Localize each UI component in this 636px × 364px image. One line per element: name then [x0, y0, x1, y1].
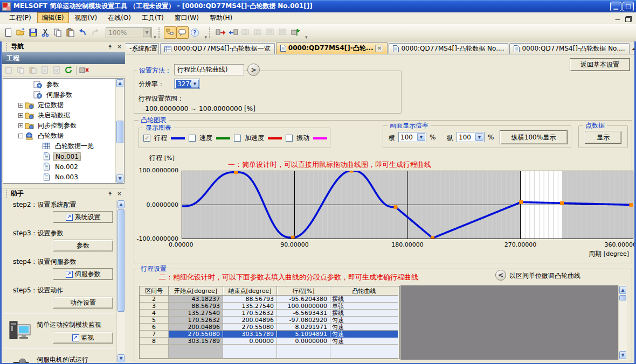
cell-cam-curve[interactable]: 单弦 — [330, 303, 398, 310]
curve-point-marker[interactable] — [630, 203, 633, 207]
collapse-icon[interactable]: - — [18, 134, 23, 138]
chevron-down-icon[interactable]: ▼ — [417, 133, 425, 141]
cell-end-point[interactable]: 88.56793 — [223, 296, 277, 303]
assistant-button-监视[interactable]: ↗监视 — [53, 332, 113, 344]
pin-icon[interactable]: 🖈 — [106, 190, 114, 198]
menu-item-4[interactable]: 在线(O) — [103, 12, 136, 23]
close-tab-icon[interactable]: ✕ — [375, 45, 383, 52]
module-monitor-icon[interactable] — [264, 26, 276, 39]
cell-start-point[interactable]: 170.52632 — [169, 317, 223, 324]
cell-cam-curve[interactable]: 匀速 — [330, 338, 398, 345]
scroll-up-icon[interactable]: ▲ — [117, 200, 125, 208]
cell-cam-curve[interactable]: 匀速 — [330, 331, 398, 338]
show-point-data-button[interactable]: 显示 — [585, 131, 621, 144]
close-icon[interactable]: × — [115, 43, 123, 51]
tree-item-label[interactable]: No.001 — [53, 152, 81, 161]
series-checkbox-行程[interactable]: ✓ — [143, 135, 150, 142]
cell-stroke[interactable]: 0.0000000 — [277, 338, 330, 345]
help-icon[interactable]: ? — [189, 26, 201, 39]
cell-end-point[interactable]: 170.52632 — [223, 310, 277, 317]
scroll-down-icon[interactable]: ▼ — [117, 354, 125, 362]
verify2-icon[interactable] — [252, 26, 264, 39]
project-toolbar-refresh-icon[interactable] — [63, 65, 74, 76]
document-tab-3[interactable]: 0000:QD77MS4[]-凸轮...✕ — [276, 42, 388, 54]
tree-item-块启动数据[interactable]: +块启动数据 — [3, 110, 115, 121]
redo-icon[interactable] — [89, 26, 101, 39]
tree-item-label[interactable]: No.002 — [53, 163, 80, 171]
save-icon[interactable] — [27, 26, 39, 39]
cell-end-point[interactable]: 0.00000 — [223, 338, 277, 345]
tree-item-label[interactable]: 定位数据 — [36, 101, 65, 110]
resolution-combobox[interactable]: 32768 ▼ — [174, 79, 200, 89]
expand-method-button[interactable]: > — [247, 64, 260, 76]
cell-stroke[interactable]: 100.0000000 — [277, 303, 330, 310]
project-toolbar-copy-icon[interactable] — [16, 65, 26, 76]
tree-item-No.001[interactable]: No.001 — [3, 151, 115, 162]
expand-icon[interactable]: + — [18, 123, 23, 128]
open-file-icon[interactable] — [15, 26, 27, 39]
maximize-button[interactable]: □ — [623, 2, 634, 11]
fine-tune-button[interactable]: < — [495, 270, 506, 281]
navigation-window-icon[interactable] — [164, 26, 176, 39]
tree-item-label[interactable]: 同步控制参数 — [36, 121, 78, 130]
tree-item-定位数据[interactable]: +定位数据 — [3, 100, 115, 110]
series-checkbox-加速度[interactable] — [234, 135, 241, 142]
cam-curve-plot[interactable] — [182, 171, 633, 239]
copy-icon[interactable] — [52, 26, 64, 39]
tree-item-label[interactable]: 凸轮数据 — [36, 131, 65, 141]
curve-point-marker[interactable] — [393, 205, 397, 209]
project-toolbar-new-icon[interactable] — [4, 65, 15, 76]
close-icon[interactable]: × — [115, 190, 123, 198]
scroll-up-icon[interactable]: ▲ — [116, 79, 123, 87]
vertical-zoom-combobox[interactable]: 100▼ — [457, 132, 485, 142]
cell-start-point[interactable]: 43.18237 — [169, 296, 223, 303]
test-mode-icon[interactable] — [289, 26, 301, 39]
cell-stroke[interactable]: -6.5693431 — [277, 310, 330, 317]
tree-item-label[interactable]: No.003 — [53, 173, 80, 181]
tree-item-label[interactable]: 参数 — [45, 80, 61, 89]
toolbar-overflow-icon[interactable]: ▾ — [153, 34, 157, 41]
project-toolbar-close-module-icon[interactable] — [79, 65, 89, 76]
mdi-restore-button[interactable] — [624, 15, 633, 22]
assistant-scrollbar[interactable]: ▲ ▼ — [116, 200, 125, 363]
assistant-button-伺服参数[interactable]: ↗伺服参数 — [53, 268, 113, 280]
menu-item-6[interactable]: 窗口(W) — [170, 12, 204, 23]
tree-item-label[interactable]: 伺服参数 — [45, 90, 74, 100]
table-scrollbar[interactable]: ▲ ▼ — [618, 285, 627, 360]
zoom-dropdown-arrow[interactable]: ▼ — [143, 29, 151, 37]
tree-item-label[interactable]: 块启动数据 — [36, 111, 72, 120]
tree-item-伺服参数[interactable]: 伺服参数 — [3, 90, 115, 100]
expand-icon[interactable]: + — [18, 113, 23, 118]
series-checkbox-速度[interactable] — [189, 135, 196, 142]
read-from-module-icon[interactable] — [227, 26, 239, 39]
cell-end-point[interactable]: 135.27540 — [223, 303, 277, 310]
toolbar-overflow-icon[interactable]: ▾ — [204, 34, 208, 41]
menu-item-3[interactable]: 视图(V) — [70, 12, 102, 23]
expand-icon[interactable]: + — [18, 103, 23, 108]
cell-stroke[interactable]: -97.0802920 — [277, 317, 330, 324]
tree-scrollbar[interactable]: ▲ ▼ — [115, 79, 124, 183]
cell-end-point[interactable]: 200.04896 — [223, 317, 277, 324]
module-monitor2-icon[interactable] — [276, 26, 289, 39]
scroll-down-icon[interactable]: ▼ — [116, 174, 123, 183]
tree-item-No.002[interactable]: No.002 — [3, 162, 115, 172]
tree-item-凸轮数据一览[interactable]: 凸轮数据一览 — [3, 141, 115, 151]
document-tab-2[interactable]: 0000:QD77MS4[]-凸轮数据一览 — [160, 43, 275, 54]
cell-start-point[interactable]: 88.56793 — [169, 303, 223, 310]
cell-cam-curve[interactable]: 摆线 — [330, 296, 398, 303]
chevron-down-icon[interactable]: ▼ — [475, 133, 483, 141]
assistant-window-icon[interactable] — [176, 26, 189, 39]
menu-item-1[interactable]: 工程(P) — [4, 12, 36, 23]
cell-start-point[interactable]: 270.55080 — [169, 331, 223, 338]
paste-icon[interactable] — [64, 26, 77, 39]
menu-item-2[interactable]: 编辑(E) — [37, 12, 69, 23]
fit-100-percent-button[interactable]: 纵横100%显示 — [500, 130, 568, 144]
project-toolbar-paste-icon[interactable] — [27, 65, 38, 76]
assistant-button-动作设置[interactable]: 动作设置 — [53, 297, 113, 309]
cell-cam-curve[interactable]: 摆线 — [330, 310, 398, 317]
scroll-down-icon[interactable]: ▼ — [619, 351, 626, 359]
cell-stroke[interactable]: 5.1094891 — [277, 331, 330, 338]
assistant-button-系统设置[interactable]: ↗系统设置 — [53, 211, 113, 223]
verify-icon[interactable] — [239, 26, 252, 39]
menu-item-7[interactable]: 帮助(H) — [205, 12, 237, 23]
